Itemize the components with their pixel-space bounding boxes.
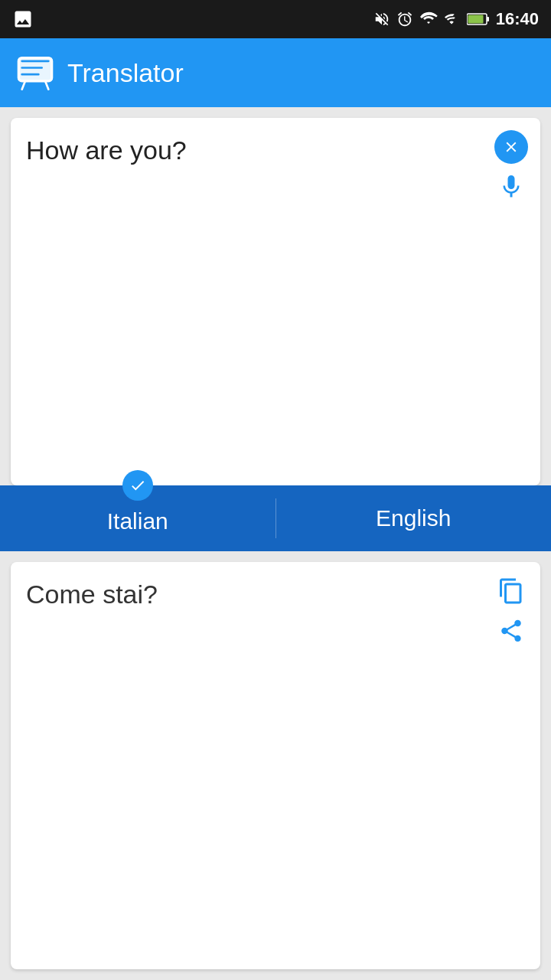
app-logo <box>15 53 55 93</box>
wifi-icon <box>419 10 438 28</box>
target-language-label: English <box>376 505 451 531</box>
clear-button[interactable] <box>494 130 528 164</box>
time-display: 16:40 <box>496 9 539 29</box>
main-content: How are you? Italian <box>0 107 551 980</box>
battery-icon <box>467 12 490 26</box>
check-icon <box>129 477 146 494</box>
copy-button[interactable] <box>494 574 528 608</box>
svg-rect-2 <box>468 15 483 24</box>
close-icon <box>503 139 520 155</box>
status-bar-left <box>12 8 34 30</box>
input-card: How are you? <box>11 118 540 485</box>
active-checkmark <box>122 470 153 501</box>
status-bar: 16:40 <box>0 0 551 38</box>
source-language-button[interactable]: Italian <box>0 485 276 551</box>
status-icons: 16:40 <box>373 9 539 29</box>
copy-icon <box>497 577 525 605</box>
share-icon <box>498 618 524 644</box>
language-bar: Italian English <box>0 485 551 551</box>
mute-icon <box>373 11 390 28</box>
source-language-label: Italian <box>107 508 168 534</box>
photo-icon <box>12 8 34 30</box>
alarm-icon <box>396 11 413 28</box>
output-card: Come stai? <box>11 562 540 969</box>
svg-rect-1 <box>487 17 489 21</box>
battery-indicator <box>467 12 490 26</box>
microphone-icon <box>497 173 525 201</box>
input-text[interactable]: How are you? <box>11 118 540 182</box>
app-title: Translator <box>67 58 184 88</box>
mic-button[interactable] <box>494 170 528 204</box>
target-language-button[interactable]: English <box>276 485 552 551</box>
share-button[interactable] <box>494 614 528 648</box>
app-bar: Translator <box>0 38 551 107</box>
output-text: Come stai? <box>11 562 540 626</box>
signal-icon <box>444 11 461 28</box>
